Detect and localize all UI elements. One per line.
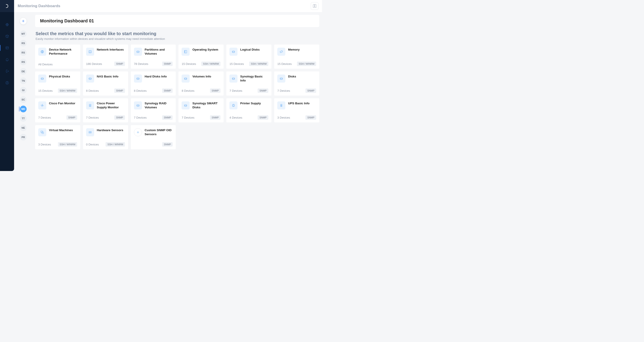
disk-icon [134, 101, 142, 109]
metric-card[interactable]: Logical Disks15 DevicesSSH / WINRM [226, 45, 272, 69]
svg-rect-7 [280, 51, 283, 53]
disk-icon [134, 48, 142, 56]
metric-device-count: All Devices [38, 63, 52, 66]
svg-point-8 [42, 105, 43, 106]
metric-device-count: 8 Devices [182, 89, 194, 92]
metric-protocol-tag: SNMP [162, 142, 173, 147]
metric-card[interactable]: Printer Supply4 DevicesSNMP [226, 98, 272, 122]
metrics-grid: Device Network PerformanceAll DevicesNet… [35, 45, 319, 154]
metric-device-count: 7 Devices [277, 89, 290, 92]
section-subtitle: Easily monitor information within device… [36, 37, 319, 41]
dashboard-title: Monitoring Dashboard 01 [40, 18, 314, 24]
metric-protocol-tag: SNMP [114, 88, 125, 93]
metric-device-count: 4 Devices [230, 116, 242, 119]
metric-card[interactable]: Memory15 DevicesSSH / WINRM [274, 45, 319, 69]
metric-title: Hard Disks Info [145, 75, 167, 79]
dashboard-pill-ne-10[interactable]: NE [20, 124, 26, 131]
dashboard-pill-rs-1[interactable]: RS [20, 40, 26, 47]
metric-title: Custom SNMP OID Sensors [145, 128, 173, 136]
app-logo [0, 0, 14, 12]
metric-device-count: 15 Devices [230, 62, 244, 66]
nav-user-icon[interactable] [0, 77, 14, 89]
metric-card[interactable]: Synology SMART Disks7 DevicesSNMP [178, 98, 224, 122]
metric-protocol-tag: SSH / WINRM [249, 62, 268, 66]
metric-device-count: 7 Devices [230, 89, 242, 92]
metric-card[interactable]: Physical Disks15 DevicesSSH / WINRM [35, 71, 80, 96]
docs-button[interactable] [311, 2, 318, 10]
metric-card[interactable]: Hard Disks Info8 DevicesSNMP [131, 71, 176, 96]
disk-icon [86, 75, 94, 83]
metric-card[interactable]: Device Network PerformanceAll Devices [35, 45, 80, 69]
nav-cube-icon[interactable] [0, 31, 14, 42]
nic-icon [86, 48, 94, 56]
metric-title: Device Network Performance [49, 48, 77, 56]
dashboard-pill-de-4[interactable]: DE [20, 68, 26, 75]
metric-card[interactable]: Disks7 DevicesSNMP [274, 71, 319, 96]
metric-title: NAS Basic Info [97, 75, 118, 79]
metric-protocol-tag: SNMP [114, 62, 125, 66]
metric-protocol-tag: SNMP [66, 115, 77, 120]
globe-icon [38, 48, 46, 56]
metric-device-count: 0 Devices [86, 143, 99, 146]
metric-device-count: 3 Devices [277, 116, 290, 119]
memory-icon [277, 48, 285, 56]
page-header: Monitoring Dashboards [14, 0, 322, 12]
dashboard-pill-gi-6[interactable]: GI [20, 87, 26, 94]
metric-card[interactable]: Synology RAID Volumes7 DevicesSNMP [131, 98, 176, 122]
nav-rail [0, 0, 14, 171]
disk-icon [230, 48, 238, 56]
metric-device-count: 8 Devices [86, 89, 99, 92]
disk-icon [277, 75, 285, 83]
metric-protocol-tag: SNMP [306, 88, 316, 93]
metric-title: Operating System [192, 48, 218, 52]
dashboard-pill-rs-2[interactable]: RS [20, 49, 26, 56]
metric-title: Logical Disks [240, 48, 260, 52]
disk-icon [38, 75, 46, 83]
metric-title: Hardware Sensors [97, 128, 124, 132]
metric-card[interactable]: Cisco Power Supply Monitor7 DevicesSNMP [83, 98, 128, 122]
disk-icon [182, 75, 190, 83]
dashboard-pill-tt-9[interactable]: TT [20, 115, 26, 122]
dashboard-pill-sc-7[interactable]: SC [20, 96, 26, 103]
metric-card[interactable]: Network Interfaces186 DevicesSNMP [83, 45, 128, 69]
svg-rect-6 [184, 50, 187, 53]
dashboard-pill-rs-3[interactable]: RS [20, 59, 26, 65]
metric-protocol-tag: SNMP [162, 115, 173, 120]
metric-card[interactable]: Partitions and Volumes78 DevicesSNMP [131, 45, 176, 69]
metric-card[interactable]: Volumes Info8 DevicesSNMP [178, 71, 224, 96]
add-dashboard-button[interactable] [20, 18, 27, 25]
metric-title: Virtual Machines [49, 128, 73, 132]
svg-rect-14 [89, 131, 92, 133]
nav-alerts-icon[interactable] [0, 54, 14, 65]
metric-device-count: 15 Devices [38, 89, 52, 92]
metric-title: Physical Disks [49, 75, 70, 79]
dashboard-pill-pr-11[interactable]: PR [20, 134, 26, 141]
svg-point-15 [90, 132, 90, 133]
metric-card[interactable]: NAS Basic Info8 DevicesSNMP [83, 71, 128, 96]
os-icon [182, 48, 190, 56]
metric-card[interactable]: Cisco Fan Monitor7 DevicesSNMP [35, 98, 80, 122]
metric-card[interactable]: Operating System15 DevicesSSH / WINRM [178, 45, 224, 69]
metric-title: UPS Basic Info [288, 101, 310, 105]
ups-icon [277, 101, 285, 109]
metric-card[interactable]: Synology Basic Info7 DevicesSNMP [226, 71, 272, 96]
nav-logout-icon[interactable] [0, 65, 14, 77]
nav-dashboards-icon[interactable] [0, 42, 14, 54]
metric-device-count: 15 Devices [182, 62, 196, 66]
dashboard-pill-tn-5[interactable]: TN [20, 78, 26, 84]
nav-network-icon[interactable] [0, 19, 14, 31]
metric-device-count: 7 Devices [134, 116, 147, 119]
metric-card[interactable]: Hardware Sensors0 DevicesSSH / WINRM [83, 125, 128, 149]
metric-title: Printer Supply [240, 101, 261, 105]
metric-protocol-tag: SNMP [210, 115, 221, 120]
svg-rect-12 [41, 131, 43, 133]
metric-card[interactable]: Virtual Machines3 DevicesSSH / WINRM [35, 125, 80, 149]
plus-icon [134, 128, 142, 136]
metric-title: Synology Basic Info [240, 75, 268, 82]
metric-card[interactable]: Custom SNMP OID SensorsSNMP [131, 125, 176, 149]
disk-icon [182, 101, 190, 109]
metric-device-count: 186 Devices [86, 62, 102, 66]
dashboard-pill-md-8[interactable]: MD [20, 106, 26, 112]
dashboard-pill-mt-0[interactable]: MT [20, 31, 26, 37]
metric-card[interactable]: UPS Basic Info3 DevicesSNMP [274, 98, 319, 122]
